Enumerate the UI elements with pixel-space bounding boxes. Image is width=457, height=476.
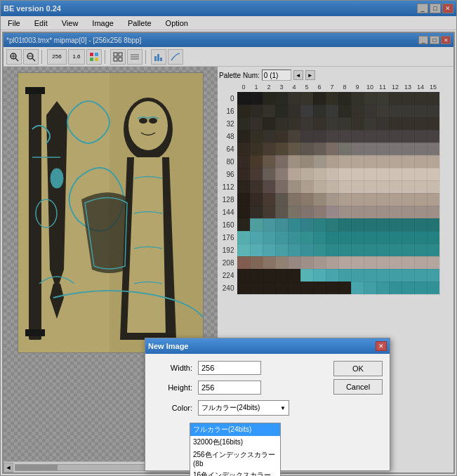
color-row: Color: フルカラー(24bits) ▼	[154, 400, 381, 416]
color-dropdown-list: フルカラー(24bits) 32000色(16bits) 256色インデックスカ…	[190, 423, 281, 476]
main-window: BE version 0.24 _ □ ✕ File Edit View Ima…	[0, 0, 457, 476]
color-dropdown-container: フルカラー(24bits) ▼	[198, 400, 289, 416]
dropdown-item-1[interactable]: 32000色(16bits)	[190, 436, 280, 449]
cancel-button[interactable]: Cancel	[333, 379, 383, 395]
width-label: Width:	[154, 364, 192, 372]
dialog-title-bar: New Image ✕	[145, 338, 390, 354]
width-input[interactable]	[198, 361, 261, 375]
dialog-close-button[interactable]: ✕	[376, 341, 387, 351]
new-image-dialog: New Image ✕ OK Cancel Width: Height: Co	[145, 338, 390, 471]
color-selected-text: フルカラー(24bits)	[201, 403, 260, 413]
dialog-body: OK Cancel Width: Height: Color: フルカラー(24…	[145, 354, 390, 470]
ok-button[interactable]: OK	[333, 361, 383, 376]
dropdown-item-2[interactable]: 256色インデックスカラー(8b	[190, 449, 280, 469]
dropdown-arrow-icon: ▼	[280, 405, 286, 411]
color-select[interactable]: フルカラー(24bits) ▼	[198, 400, 289, 416]
dialog-buttons: OK Cancel	[333, 361, 383, 395]
dropdown-item-0[interactable]: フルカラー(24bits)	[190, 423, 280, 436]
color-label: Color:	[154, 404, 192, 412]
dropdown-item-3[interactable]: 16色インデックスカラー(4bi	[190, 469, 280, 476]
height-input[interactable]	[198, 381, 261, 395]
dialog-title: New Image	[148, 342, 188, 350]
height-label: Height:	[154, 383, 192, 392]
